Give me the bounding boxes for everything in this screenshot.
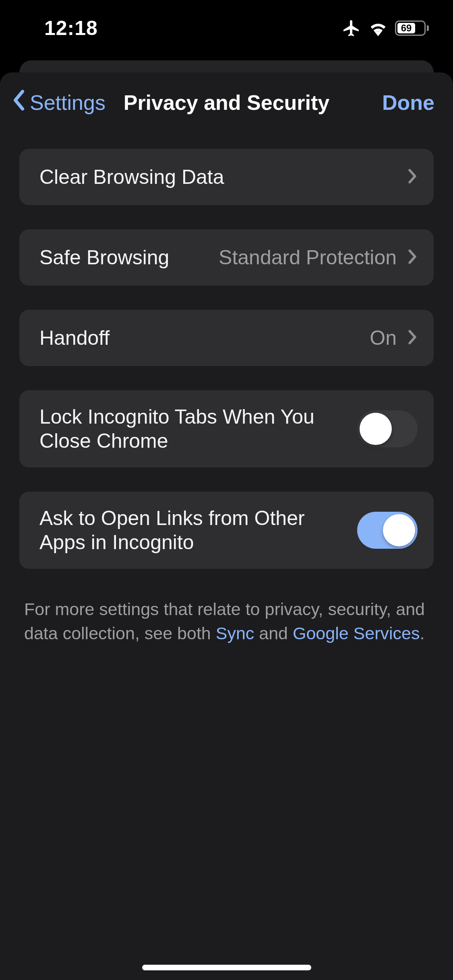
row-label: Clear Browsing Data: [39, 165, 407, 189]
row-value: On: [370, 326, 397, 350]
ask-incognito-toggle[interactable]: [357, 512, 418, 549]
lock-incognito-toggle[interactable]: [357, 410, 418, 447]
battery-percentage: 69: [401, 23, 412, 34]
battery-icon: 69: [395, 21, 429, 36]
row-label: Safe Browsing: [39, 245, 219, 270]
footer-text: .: [420, 624, 424, 643]
chevron-right-icon: [407, 329, 418, 347]
settings-list: Clear Browsing Data Safe Browsing Standa…: [0, 133, 453, 569]
sync-link[interactable]: Sync: [216, 624, 254, 643]
back-label: Settings: [30, 91, 105, 115]
settings-sheet: Settings Privacy and Security Done Clear…: [0, 72, 453, 980]
status-time: 12:18: [44, 16, 98, 40]
row-label: Lock Incognito Tabs When You Close Chrom…: [39, 405, 357, 453]
airplane-icon: [342, 19, 361, 38]
row-label: Ask to Open Links from Other Apps in Inc…: [39, 506, 357, 554]
row-ask-open-links-incognito: Ask to Open Links from Other Apps in Inc…: [19, 492, 434, 569]
google-services-link[interactable]: Google Services: [293, 624, 420, 643]
row-safe-browsing[interactable]: Safe Browsing Standard Protection: [19, 229, 434, 286]
row-value: Standard Protection: [219, 246, 397, 269]
row-clear-browsing-data[interactable]: Clear Browsing Data: [19, 149, 434, 205]
chevron-right-icon: [407, 249, 418, 266]
row-label: Handoff: [39, 326, 370, 350]
status-icons: 69: [342, 19, 429, 38]
row-lock-incognito-tabs: Lock Incognito Tabs When You Close Chrom…: [19, 390, 434, 467]
chevron-left-icon: [12, 89, 26, 116]
wifi-icon: [368, 20, 388, 36]
done-button[interactable]: Done: [382, 91, 434, 115]
home-indicator[interactable]: [142, 965, 311, 970]
chevron-right-icon: [407, 168, 418, 186]
nav-bar: Settings Privacy and Security Done: [0, 72, 453, 133]
row-handoff[interactable]: Handoff On: [19, 310, 434, 366]
footer-text: and: [254, 624, 293, 643]
footer-note: For more settings that relate to privacy…: [0, 593, 453, 645]
page-title: Privacy and Security: [124, 91, 330, 115]
status-bar: 12:18 69: [0, 0, 453, 56]
back-button[interactable]: Settings: [12, 89, 105, 116]
